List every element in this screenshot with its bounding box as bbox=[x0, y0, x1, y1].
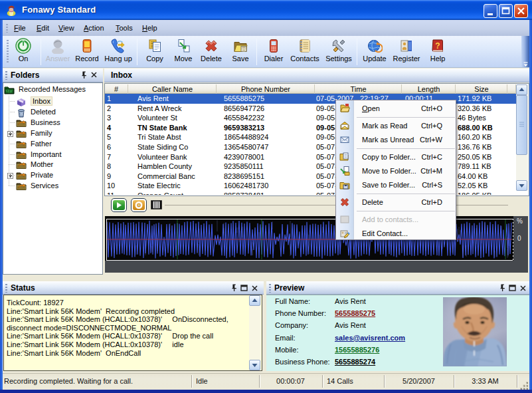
svg-text:?: ? bbox=[435, 41, 440, 51]
